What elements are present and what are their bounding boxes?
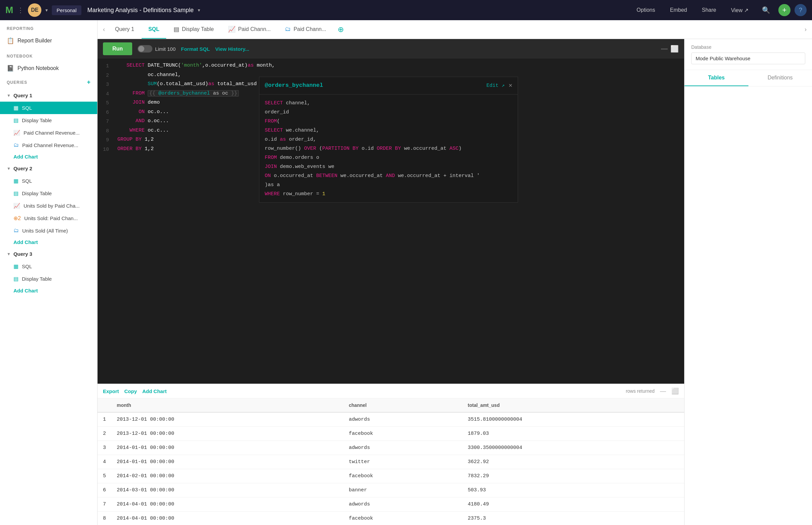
total-cell: 1879.03 [462, 427, 684, 441]
query-3-name: Query 3 [13, 251, 32, 257]
view-history-button[interactable]: View History... [215, 46, 249, 52]
title-chevron[interactable]: ▾ [198, 7, 200, 13]
copy-button[interactable]: Copy [124, 388, 137, 394]
sidebar: REPORTING 📋 Report Builder NOTEBOOK 📓 Py… [0, 20, 97, 525]
embed-button[interactable]: Embed [665, 7, 693, 13]
sidebar-item-query1-paid-channel-2[interactable]: 🗂 Paid Channel Revenue... [0, 139, 97, 151]
report-title: Marketing Analysis - Definitions Sample [88, 7, 194, 14]
month-cell: 2014-02-01 00:00:00 [111, 469, 343, 483]
query-1-group[interactable]: ▼ Query 1 [0, 89, 97, 102]
sidebar-item-query2-display-table[interactable]: ▤ Display Table [0, 187, 97, 199]
sidebar-item-report-builder[interactable]: 📋 Report Builder [0, 34, 97, 48]
total-header[interactable]: total_amt_usd [462, 399, 684, 412]
total-cell: 3515.8100000000004 [462, 412, 684, 427]
sidebar-item-query2-units-sold-paid[interactable]: ⊕2 Units Sold: Paid Chan... [0, 212, 97, 224]
sidebar-item-query3-sql[interactable]: ▦ SQL [0, 260, 97, 273]
tab-query1[interactable]: Query 1 [108, 20, 141, 39]
tab-add-button[interactable]: ⊕ [334, 25, 348, 34]
query2-sql-label: SQL [22, 178, 32, 184]
options-button[interactable]: Options [631, 7, 661, 13]
query-1-chevron: ▼ [7, 93, 11, 98]
table-row: 7 2014-04-01 00:00:00 adwords 4180.49 [97, 497, 684, 512]
autocomplete-close-button[interactable]: ✕ [509, 80, 512, 91]
main-layout: REPORTING 📋 Report Builder NOTEBOOK 📓 Py… [0, 20, 812, 525]
right-panel-tab-tables[interactable]: Tables [685, 70, 748, 86]
query-2-chevron: ▼ [7, 166, 11, 171]
add-chart-button[interactable]: Add Chart [142, 388, 167, 394]
query2-units-sold-label: Units Sold by Paid Cha... [24, 203, 80, 209]
editor-window-controls: — ⬜ [661, 45, 679, 53]
autocomplete-title: @orders_bychannel [265, 81, 486, 91]
table-row: 4 2014-01-01 00:00:00 twitter 3622.92 [97, 455, 684, 469]
query-3-group[interactable]: ▼ Query 3 [0, 248, 97, 260]
channel-header[interactable]: channel [343, 399, 462, 412]
share-button[interactable]: Share [696, 7, 721, 13]
sidebar-item-query3-display-table[interactable]: ▤ Display Table [0, 273, 97, 285]
results-maximize-button[interactable]: ⬜ [671, 387, 679, 395]
limit-toggle-switch[interactable] [138, 45, 152, 52]
sidebar-item-query2-sql[interactable]: ▦ SQL [0, 175, 97, 187]
code-line-1: 1 SELECT DATE_TRUNC('month',o.occurred_a… [97, 61, 684, 71]
sidebar-item-query1-display-table[interactable]: ▤ Display Table [0, 114, 97, 126]
results-toolbar: Export Copy Add Chart rows returned — ⬜ [97, 384, 684, 399]
query3-add-chart-link[interactable]: Add Chart [0, 285, 97, 296]
format-sql-button[interactable]: Format SQL [181, 46, 210, 52]
tab-sql-label: SQL [148, 26, 159, 32]
sidebar-item-query1-sql[interactable]: ▦ SQL [0, 102, 97, 114]
add-query-button[interactable]: + [87, 79, 91, 86]
tab-paid-channel-1[interactable]: 📈 Paid Chann... [221, 20, 277, 39]
query2-add-chart-link[interactable]: Add Chart [0, 237, 97, 248]
autocomplete-body: SELECT channel, order_id FROM( SELECT we… [259, 94, 518, 202]
help-button[interactable]: ? [795, 4, 807, 16]
month-header[interactable]: month [111, 399, 343, 412]
code-editor[interactable]: 1 SELECT DATE_TRUNC('month',o.occurred_a… [97, 59, 684, 384]
python-notebook-label: Python Notebook [17, 65, 59, 71]
sidebar-item-query1-paid-channel-1[interactable]: 📈 Paid Channel Revenue... [0, 126, 97, 139]
month-cell: 2013-12-01 00:00:00 [111, 427, 343, 441]
results-table: month channel total_amt_usd 1 2013-12-01… [97, 399, 684, 525]
tab-paid-channel-2[interactable]: 🗂 Paid Chann... [278, 20, 333, 39]
channel-cell: banner [343, 483, 462, 497]
database-select[interactable]: Mode Public Warehouse [691, 52, 805, 64]
chart-icon-4: ⊕2 [13, 215, 21, 222]
database-label: Database [691, 44, 805, 50]
limit-toggle[interactable]: Limit 100 [138, 45, 175, 52]
sidebar-item-python-notebook[interactable]: 📓 Python Notebook [0, 61, 97, 75]
run-button[interactable]: Run [103, 42, 132, 55]
right-panel-tabs: Tables Definitions [685, 70, 812, 87]
month-cell: 2014-04-01 00:00:00 [111, 497, 343, 512]
query1-add-chart-link[interactable]: Add Chart [0, 151, 97, 162]
nav-dots[interactable]: ⋮ [17, 6, 24, 14]
personal-label[interactable]: Personal [52, 5, 81, 15]
table-icon: ▤ [13, 117, 18, 123]
table-row: 2 2013-12-01 00:00:00 facebook 1879.03 [97, 427, 684, 441]
autocomplete-edit-button[interactable]: Edit ↗ [486, 81, 505, 90]
search-icon[interactable]: 🔍 [758, 6, 774, 14]
query1-paid-channel-1-label: Paid Channel Revenue... [24, 130, 80, 136]
tab-query1-label: Query 1 [115, 26, 134, 32]
maximize-editor-button[interactable]: ⬜ [670, 45, 679, 53]
limit-label: Limit 100 [155, 46, 175, 52]
tab-prev-button[interactable]: ‹ [100, 26, 108, 33]
query-3-chevron: ▼ [7, 252, 11, 256]
tab-bar: ‹ Query 1 SQL ▤ Display Table 📈 Paid Cha… [97, 20, 812, 39]
results-minimize-button[interactable]: — [660, 388, 666, 395]
total-cell: 7832.29 [462, 469, 684, 483]
tab-display-table[interactable]: ▤ Display Table [167, 20, 221, 39]
export-button[interactable]: Export [103, 388, 119, 394]
query-2-group[interactable]: ▼ Query 2 [0, 162, 97, 175]
sidebar-item-query2-units-sold-alltime[interactable]: 🗂 Units Sold (All Time) [0, 224, 97, 237]
tab-sql[interactable]: SQL [142, 20, 166, 39]
channel-cell: facebook [343, 512, 462, 525]
minimize-editor-button[interactable]: — [661, 45, 668, 53]
account-dropdown-chevron[interactable]: ▾ [45, 7, 48, 13]
view-button[interactable]: View ↗ [725, 7, 754, 13]
queries-section-header: QUERIES + [0, 75, 97, 89]
user-avatar[interactable]: DE [28, 3, 41, 17]
sidebar-item-query2-units-sold[interactable]: 📈 Units Sold by Paid Cha... [0, 199, 97, 212]
notebook-icon: 📓 [7, 65, 14, 72]
tab-next-button[interactable]: › [802, 26, 809, 33]
add-button[interactable]: + [778, 4, 791, 16]
row-num-cell: 1 [97, 412, 111, 427]
right-panel-tab-definitions[interactable]: Definitions [748, 70, 812, 86]
